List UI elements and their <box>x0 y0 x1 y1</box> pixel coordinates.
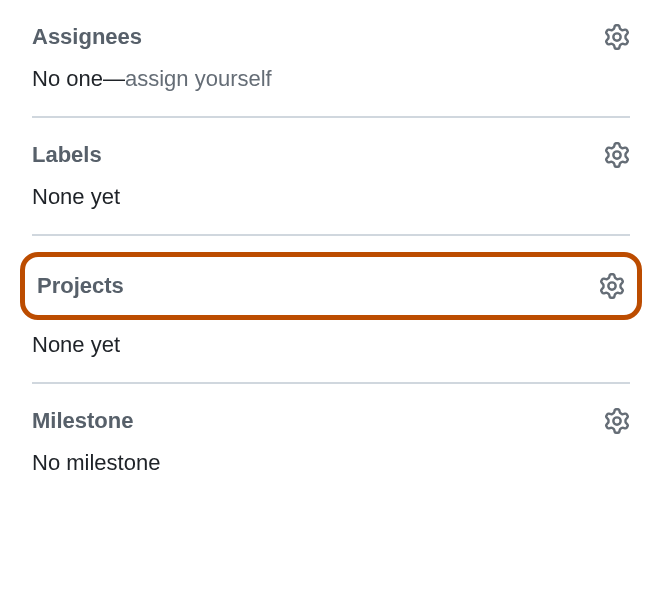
projects-title: Projects <box>37 273 124 299</box>
labels-section: Labels None yet <box>0 118 662 234</box>
projects-header-highlighted: Projects <box>20 252 642 320</box>
gear-icon[interactable] <box>604 142 630 168</box>
milestone-section: Milestone No milestone <box>0 384 662 500</box>
assignees-value-prefix: No one— <box>32 66 125 91</box>
milestone-header[interactable]: Milestone <box>32 408 630 434</box>
milestone-content: No milestone <box>32 450 630 476</box>
gear-icon[interactable] <box>599 273 625 299</box>
projects-header[interactable]: Projects <box>37 273 625 299</box>
assignees-header[interactable]: Assignees <box>32 24 630 50</box>
gear-icon[interactable] <box>604 24 630 50</box>
labels-title: Labels <box>32 142 102 168</box>
assign-yourself-link[interactable]: assign yourself <box>125 66 272 91</box>
labels-header[interactable]: Labels <box>32 142 630 168</box>
projects-content: None yet <box>0 320 662 382</box>
assignees-content: No one—assign yourself <box>32 66 630 92</box>
assignees-title: Assignees <box>32 24 142 50</box>
milestone-title: Milestone <box>32 408 133 434</box>
gear-icon[interactable] <box>604 408 630 434</box>
assignees-section: Assignees No one—assign yourself <box>0 0 662 116</box>
labels-content: None yet <box>32 184 630 210</box>
